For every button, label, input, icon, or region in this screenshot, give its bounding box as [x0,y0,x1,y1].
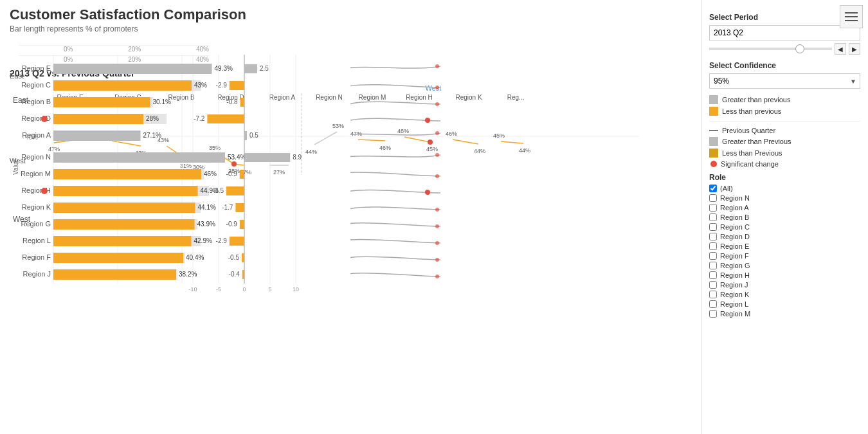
menu-button[interactable] [840,5,863,28]
chart-area: Customer Satisfaction Comparison Bar len… [0,0,701,434]
role-checkbox-12[interactable] [709,300,717,308]
bottom-title: 2013 Q2 vs. Previous Quarter [10,68,691,78]
svg-text:Region M: Region M [359,94,386,101]
svg-text:53%: 53% [332,123,344,129]
legend2-dot-icon [710,161,717,167]
role-checkbox-item-8: Region G [709,262,860,269]
role-label-13: Region M [720,310,750,318]
svg-text:Reg...: Reg... [507,94,525,101]
svg-point-29 [428,140,433,145]
bottom-svg-container: 40% East West Region E Region C Region B… [22,82,691,175]
role-label-1: Region N [720,194,750,202]
bottom-chart-svg: 40% East West Region E Region C Region B… [22,82,639,175]
role-label-12: Region L [720,300,748,308]
svg-text:44%: 44% [474,148,485,154]
top-charts: East West 0% 20% 40% [10,40,691,63]
role-checkbox-item-5: Region D [709,233,860,240]
bottom-east-label: East [150,84,164,92]
role-checkbox-item-12: Region L [709,300,860,308]
svg-text:40%: 40% [25,134,38,141]
role-checkbox-item-3: Region B [709,213,860,221]
role-label-9: Region H [720,271,750,279]
role-checkbox-item-2: Region A [709,204,860,212]
svg-text:Region C: Region C [114,94,141,101]
legend-greater-label: Greater than previous [722,96,790,104]
period-input[interactable] [709,25,860,41]
legend-gray-box [709,95,718,104]
role-checkbox-11[interactable] [709,291,717,298]
svg-text:28%: 28% [228,168,240,174]
legend2-gray-box [709,137,718,146]
role-label-7: Region F [720,252,749,260]
confidence-select[interactable]: 90% 95% 99% [709,73,860,89]
role-checkbox-13[interactable] [709,310,717,318]
svg-text:47%: 47% [350,131,362,137]
svg-text:27%: 27% [273,169,285,175]
bar-axis-40b: 40% [196,56,209,63]
role-checkbox-10[interactable] [709,281,717,289]
select-confidence-label: Select Confidence [709,61,860,70]
slider-next-btn[interactable]: ▶ [849,43,860,55]
bar-axis-0b: 0% [64,56,73,63]
bottom-chart-area: 2013 Q2 vs. Previous Quarter Value 40% E… [10,68,691,175]
menu-line-2 [845,16,858,17]
role-checkbox-item-10: Region J [709,281,860,289]
slider-thumb[interactable] [795,44,804,53]
svg-text:45%: 45% [426,146,438,152]
side-panel: Select Period ◀ ▶ Select Confidence 90% … [701,0,868,434]
role-checkbox-item-6: Region E [709,242,860,250]
role-checkbox-4[interactable] [709,223,717,231]
role-label: Role [709,173,860,182]
bar-axis-40: 40% [196,46,209,53]
page-subtitle: Bar length represents % of promoters [10,24,691,33]
legend-less-than-previous: Less than previous [709,107,860,116]
svg-text:31%: 31% [180,163,192,169]
role-checkbox-9[interactable] [709,271,717,279]
role-label-2: Region A [720,204,749,212]
bar-axis-20: 20% [128,46,141,53]
menu-line-1 [845,12,858,14]
role-checkbox-3[interactable] [709,213,717,221]
svg-text:35%: 35% [209,145,221,151]
svg-text:43%: 43% [135,150,147,156]
legend-orange-box [709,107,718,116]
role-checkbox-8[interactable] [709,262,717,269]
role-checkbox-0[interactable] [709,185,717,192]
main-container: Customer Satisfaction Comparison Bar len… [0,0,868,434]
svg-text:Region A: Region A [269,94,296,101]
slider-track[interactable] [709,48,832,50]
svg-text:46%: 46% [106,132,118,138]
svg-text:Region H: Region H [406,94,433,101]
role-checkbox-item-9: Region H [709,271,860,279]
svg-text:44%: 44% [519,147,530,154]
svg-text:46%: 46% [379,145,391,151]
role-checkbox-item-11: Region K [709,291,860,298]
role-checkbox-6[interactable] [709,242,717,250]
confidence-select-wrapper: 90% 95% 99% ▼ [709,73,860,89]
role-checkbox-7[interactable] [709,252,717,260]
role-label-6: Region E [720,242,749,250]
legend2-less: Less than Previous [709,149,860,158]
role-label-3: Region B [720,213,749,221]
legend2-line-icon [709,130,718,131]
bottom-west-label: West [426,84,442,92]
svg-text:27%: 27% [240,169,251,175]
legend2-significant: Significant change [709,160,860,168]
role-label-11: Region K [720,291,749,298]
legend-less-label: Less than previous [722,107,781,115]
svg-text:43%: 43% [158,137,169,143]
legend2-greater: Greater than Previous [709,137,860,146]
svg-text:Region B: Region B [168,94,194,101]
role-checkbox-item-13: Region M [709,310,860,318]
role-checkbox-5[interactable] [709,233,717,240]
slider-row: ◀ ▶ [709,43,860,55]
svg-text:49%: 49% [80,129,92,136]
menu-line-3 [845,20,858,21]
legend-greater-than-previous: Greater than previous [709,95,860,104]
slider-prev-btn[interactable]: ◀ [835,43,846,55]
bar-axis-0: 0% [64,46,73,53]
role-label-10: Region J [720,281,748,289]
role-checkbox-item-0: (All) [709,185,860,192]
role-checkbox-2[interactable] [709,204,717,212]
role-checkbox-1[interactable] [709,194,717,202]
